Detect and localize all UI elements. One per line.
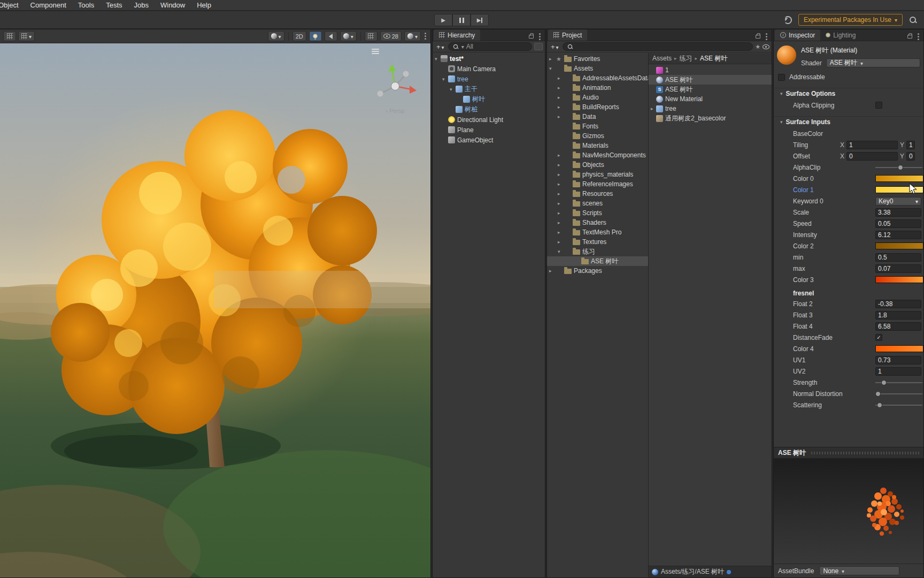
play-button[interactable]: ▶: [434, 14, 452, 26]
property-field[interactable]: 0.73: [875, 356, 921, 364]
breadcrumb-current[interactable]: ASE 树叶: [700, 54, 727, 63]
property-field[interactable]: 1.8: [875, 311, 921, 320]
folder-item[interactable]: ▾ 练习: [547, 247, 648, 256]
folder-item[interactable]: Materials: [547, 141, 648, 150]
asset-item[interactable]: ▸ tree: [649, 104, 772, 113]
menu-item[interactable]: Tests: [100, 0, 128, 11]
property-field[interactable]: 0.07: [875, 264, 921, 273]
folder-item[interactable]: Gizmos: [547, 131, 648, 141]
fold-arrow-icon[interactable]: ▸: [558, 172, 564, 177]
fold-arrow-icon[interactable]: ▸: [558, 114, 564, 119]
fold-arrow-icon[interactable]: ▸: [558, 153, 564, 158]
menu-item[interactable]: Component: [25, 0, 72, 11]
panel-menu-icon[interactable]: [539, 36, 541, 37]
assetbundle-dropdown[interactable]: None: [819, 566, 899, 575]
folder-item[interactable]: ▸ Data: [547, 112, 648, 121]
property-field[interactable]: 0.05: [875, 219, 921, 228]
fold-arrow-icon[interactable]: ▸: [558, 181, 564, 187]
y-value-field[interactable]: 1: [906, 141, 915, 149]
lock-icon[interactable]: [529, 35, 534, 39]
folder-item[interactable]: ASE 树叶: [547, 256, 648, 266]
fold-arrow-icon[interactable]: ▸: [558, 95, 564, 100]
hierarchy-item[interactable]: Main Camera: [433, 64, 545, 74]
folder-item[interactable]: ▸ scenes: [547, 199, 648, 208]
folder-item[interactable]: ▸ Shaders: [547, 218, 648, 227]
scene-viewport[interactable]: ‹ Persp: [0, 43, 430, 577]
folder-item[interactable]: ▸ ★ Favorites: [547, 54, 648, 64]
folder-item[interactable]: ▸ Animation: [547, 83, 648, 93]
global-search-icon[interactable]: [909, 16, 917, 24]
scene-menu-icon[interactable]: [425, 35, 426, 37]
save-search-icon[interactable]: ★: [755, 43, 760, 50]
tab-hierarchy[interactable]: Hierarchy: [434, 29, 480, 41]
fold-arrow-icon[interactable]: ▸: [558, 230, 564, 235]
hierarchy-item[interactable]: ▾ tree: [433, 74, 545, 84]
material-preview-header[interactable]: ASE 树叶: [774, 447, 923, 459]
preview-drag-handle[interactable]: [811, 452, 919, 454]
surface-inputs-foldout[interactable]: ▾ Surface Inputs: [774, 116, 923, 127]
property-field[interactable]: 6.58: [875, 322, 921, 331]
experimental-packages-dropdown[interactable]: Experimental Packages In Use: [798, 14, 903, 26]
property-slider[interactable]: [875, 382, 922, 383]
color-swatch[interactable]: [875, 276, 923, 283]
material-preview-image[interactable]: [774, 459, 923, 564]
fold-arrow-icon[interactable]: ▸: [549, 56, 555, 62]
property-field[interactable]: 6.12: [875, 231, 921, 239]
project-search-input[interactable]: [563, 42, 753, 51]
fold-arrow-icon[interactable]: ▸: [558, 201, 564, 206]
asset-item[interactable]: New Material: [649, 94, 772, 104]
fold-arrow-icon[interactable]: ▾: [442, 77, 448, 82]
folder-item[interactable]: ▸ Packages: [547, 266, 648, 276]
hierarchy-item[interactable]: 树桩: [433, 104, 545, 115]
property-slider[interactable]: [875, 167, 922, 168]
hierarchy-search-input[interactable]: All: [448, 42, 532, 51]
breadcrumb-root[interactable]: Assets: [652, 55, 672, 62]
snap-settings-icon[interactable]: [18, 31, 35, 41]
fold-arrow-icon[interactable]: ▾: [435, 56, 441, 62]
hierarchy-item[interactable]: Plane: [433, 125, 545, 135]
color-swatch[interactable]: [875, 242, 923, 249]
tab-lighting[interactable]: Lighting: [820, 29, 861, 41]
slider-knob[interactable]: [875, 391, 881, 397]
panel-menu-icon[interactable]: [918, 36, 919, 37]
hidden-packages-icon[interactable]: [763, 44, 769, 49]
folder-item[interactable]: ▸ Audio: [547, 93, 648, 102]
scene-overlay-menu-icon[interactable]: [372, 48, 379, 55]
hierarchy-item[interactable]: ▾ test*: [433, 54, 545, 64]
folder-item[interactable]: ▸ Objects: [547, 160, 648, 170]
slider-knob[interactable]: [881, 380, 887, 385]
asset-item[interactable]: ASE 树叶: [649, 75, 772, 85]
draw-mode-dropdown[interactable]: [268, 31, 284, 41]
folder-item[interactable]: ▸ Textures: [547, 237, 648, 247]
hierarchy-item[interactable]: ▾ 主干: [433, 84, 545, 94]
x-value-field[interactable]: 0: [846, 152, 898, 161]
y-value-field[interactable]: 0: [906, 152, 915, 161]
create-asset-button[interactable]: +: [549, 43, 560, 51]
tab-project[interactable]: Project: [548, 29, 587, 41]
undo-history-icon[interactable]: [784, 16, 792, 24]
scene-lighting-toggle[interactable]: [309, 31, 322, 41]
scene-audio-toggle[interactable]: [325, 31, 337, 41]
add-gameobject-button[interactable]: +: [435, 43, 446, 51]
lock-icon[interactable]: [756, 35, 760, 39]
addressable-checkbox[interactable]: [778, 74, 785, 81]
property-field[interactable]: 0.5: [875, 253, 921, 262]
property-field[interactable]: 3.38: [875, 208, 921, 217]
fold-arrow-icon[interactable]: ▸: [558, 239, 564, 245]
menu-item[interactable]: Window: [155, 0, 191, 11]
effects-dropdown[interactable]: [340, 31, 357, 41]
property-slider[interactable]: [875, 393, 922, 394]
color-swatch[interactable]: [875, 345, 923, 352]
gizmos-dropdown[interactable]: [404, 31, 421, 41]
folder-item[interactable]: ▸ ReferenceImages: [547, 179, 648, 189]
fold-arrow-icon[interactable]: ▸: [651, 106, 656, 111]
slider-knob[interactable]: [898, 165, 903, 170]
folder-item[interactable]: ▾ Assets: [547, 64, 648, 73]
folder-item[interactable]: Fonts: [547, 121, 648, 131]
fold-arrow-icon[interactable]: ▸: [558, 162, 564, 168]
fold-arrow-icon[interactable]: ▸: [558, 210, 564, 216]
menu-item[interactable]: Help: [191, 0, 217, 11]
color-swatch[interactable]: [875, 175, 923, 182]
folder-item[interactable]: ▸ NavMeshComponents: [547, 150, 648, 160]
slider-knob[interactable]: [877, 402, 882, 408]
